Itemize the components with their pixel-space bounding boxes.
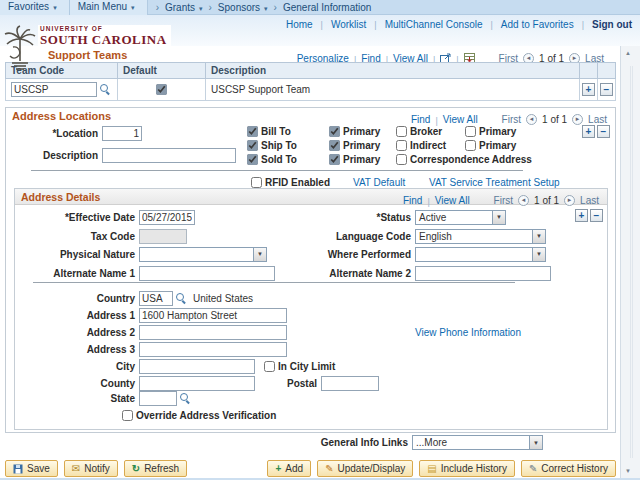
chevron-down-icon[interactable] <box>532 248 545 261</box>
sold-to-checkbox-item: Sold To <box>247 153 297 166</box>
broker-primary-checkbox[interactable] <box>465 126 476 137</box>
previous-page-icon[interactable] <box>526 114 537 125</box>
search-icon[interactable] <box>100 84 111 95</box>
alternate-name2-label: Alternate Name 2 <box>243 268 411 279</box>
refresh-button[interactable]: Refresh <box>124 460 187 477</box>
add-icon <box>275 464 281 474</box>
country-name: United States <box>193 293 253 304</box>
delete-row-button[interactable] <box>600 83 613 96</box>
favorites-menu[interactable]: Favorites <box>0 0 70 15</box>
search-icon[interactable] <box>180 393 191 404</box>
vertical-scrollbar[interactable] <box>620 46 640 478</box>
view-phone-information-link[interactable]: View Phone Information <box>415 327 521 338</box>
broker-checkbox[interactable] <box>396 126 407 137</box>
add-to-favorites-link[interactable]: Add to Favorites <box>501 19 574 30</box>
scroll-up-icon[interactable] <box>625 50 631 56</box>
scroll-down-icon[interactable] <box>625 468 631 474</box>
home-link[interactable]: Home <box>286 19 313 30</box>
worklist-link[interactable]: Worklist <box>331 19 366 30</box>
status-select[interactable]: Active <box>415 210 506 225</box>
chevron-down-icon[interactable] <box>529 436 542 449</box>
view-all-link[interactable]: View All <box>443 114 478 125</box>
bill-to-checkbox[interactable] <box>247 126 258 137</box>
default-checkbox[interactable] <box>156 84 167 95</box>
search-icon[interactable] <box>176 293 187 304</box>
vat-service-treatment-setup-link[interactable]: VAT Service Treatment Setup <box>429 177 560 188</box>
state-input[interactable] <box>139 391 177 406</box>
sold-primary-checkbox-item: Primary <box>329 153 380 166</box>
address2-row: Address 2 View Phone Information <box>15 324 607 340</box>
address3-input[interactable] <box>139 342 287 357</box>
description-cell: USCSP Support Team <box>206 79 580 101</box>
indirect-checkbox[interactable] <box>396 140 407 151</box>
chevron-down-icon[interactable] <box>492 211 505 224</box>
find-link[interactable]: Find <box>403 195 422 206</box>
add-row-button[interactable] <box>582 125 595 138</box>
correct-history-button[interactable]: Correct History <box>521 460 616 477</box>
table-row: USCSP Support Team <box>6 79 616 101</box>
main-menu[interactable]: Main Menu <box>70 0 148 15</box>
address1-input[interactable] <box>139 308 287 323</box>
pencil-icon <box>325 464 333 474</box>
breadcrumb-separator-icon <box>274 2 277 13</box>
delete-row-button[interactable] <box>597 125 610 138</box>
ship-primary-checkbox[interactable] <box>329 140 340 151</box>
breadcrumb-sponsors[interactable]: Sponsors <box>218 2 268 13</box>
location-input[interactable] <box>102 126 142 141</box>
previous-page-icon[interactable] <box>518 195 529 206</box>
page-indicator: 1 of 1 <box>542 114 567 125</box>
country-input[interactable] <box>139 291 173 306</box>
multichannel-console-link[interactable]: MultiChannel Console <box>385 19 483 30</box>
add-row-button[interactable] <box>582 83 595 96</box>
next-page-icon[interactable] <box>564 195 575 206</box>
effective-date-input[interactable] <box>139 210 195 225</box>
postal-input[interactable] <box>321 376 379 391</box>
city-label: City <box>15 361 135 372</box>
alternate-name2-input[interactable] <box>415 266 551 281</box>
location-description-row: Description <box>6 147 236 163</box>
next-page-icon[interactable] <box>572 114 583 125</box>
correspondence-address-checkbox[interactable] <box>396 154 407 165</box>
view-all-link[interactable]: View All <box>435 195 470 206</box>
last-label[interactable]: Last <box>588 114 607 125</box>
team-code-input[interactable] <box>11 82 97 97</box>
find-link[interactable]: Find <box>411 114 430 125</box>
divider <box>427 191 429 209</box>
sold-primary-checkbox[interactable] <box>329 154 340 165</box>
add-button[interactable]: Add <box>267 460 311 477</box>
in-city-limit-checkbox[interactable] <box>264 361 275 372</box>
indirect-primary-checkbox[interactable] <box>465 140 476 151</box>
bill-primary-checkbox[interactable] <box>329 126 340 137</box>
override-address-verification-checkbox[interactable] <box>122 410 133 421</box>
in-city-limit-checkbox-item: In City Limit <box>264 360 335 373</box>
general-info-links-select[interactable]: ...More <box>412 435 543 450</box>
first-label[interactable]: First <box>502 114 521 125</box>
logo-line2: SOUTH CAROLINA <box>40 33 167 46</box>
address2-input[interactable] <box>139 325 287 340</box>
where-performed-select[interactable] <box>415 247 546 262</box>
vat-default-link[interactable]: VAT Default <box>353 177 405 188</box>
county-input[interactable] <box>139 376 255 391</box>
indirect-primary-checkbox-item: Primary <box>465 139 516 152</box>
breadcrumb-grants[interactable]: Grants <box>165 2 203 13</box>
sign-out-link[interactable]: Sign out <box>592 19 632 30</box>
favorites-label: Favorites <box>8 1 49 12</box>
first-label[interactable]: First <box>494 195 513 206</box>
physical-nature-row: Physical Nature Where Performed <box>15 246 607 262</box>
save-button[interactable]: Save <box>5 460 58 477</box>
physical-nature-label: Physical Nature <box>15 249 135 260</box>
update-display-button[interactable]: Update/Display <box>317 460 413 477</box>
scrollbar-track[interactable] <box>630 66 633 458</box>
chevron-down-icon[interactable] <box>532 230 545 243</box>
notify-button[interactable]: Notify <box>64 460 118 477</box>
ship-to-checkbox[interactable] <box>247 140 258 151</box>
city-input[interactable] <box>139 359 255 374</box>
sold-to-checkbox[interactable] <box>247 154 258 165</box>
default-cell <box>118 79 206 101</box>
rfid-enabled-checkbox[interactable] <box>251 177 262 188</box>
last-label[interactable]: Last <box>580 195 599 206</box>
location-description-input[interactable] <box>102 148 236 163</box>
breadcrumb-general-information[interactable]: General Information <box>283 2 371 13</box>
include-history-button[interactable]: Include History <box>419 460 515 477</box>
language-code-select[interactable]: English <box>415 229 546 244</box>
